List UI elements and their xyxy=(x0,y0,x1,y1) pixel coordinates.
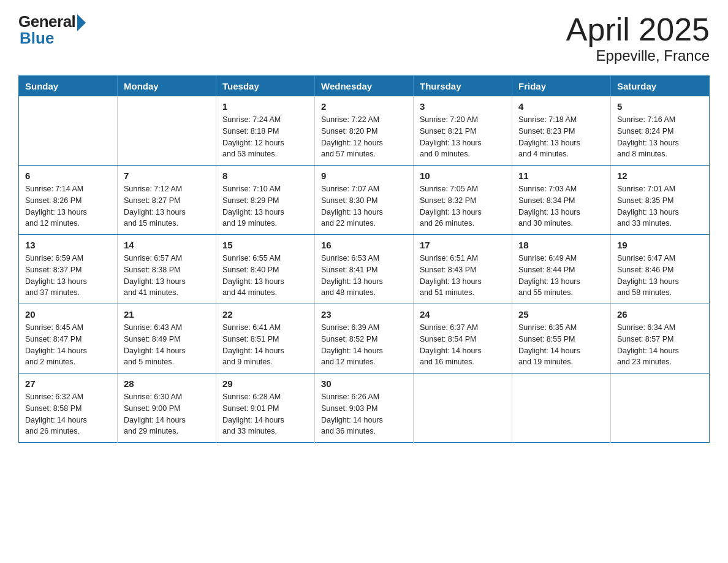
calendar-day-cell: 5Sunrise: 7:16 AMSunset: 8:24 PMDaylight… xyxy=(611,96,710,166)
day-number: 25 xyxy=(518,309,604,320)
day-info: Sunrise: 6:43 AMSunset: 8:49 PMDaylight:… xyxy=(124,322,210,368)
calendar-day-cell: 30Sunrise: 6:26 AMSunset: 9:03 PMDayligh… xyxy=(315,373,414,443)
calendar-day-cell: 28Sunrise: 6:30 AMSunset: 9:00 PMDayligh… xyxy=(118,373,216,443)
day-number: 4 xyxy=(518,101,604,112)
calendar-day-cell: 26Sunrise: 6:34 AMSunset: 8:57 PMDayligh… xyxy=(611,304,710,373)
day-info: Sunrise: 7:12 AMSunset: 8:27 PMDaylight:… xyxy=(124,183,210,229)
page-header: General Blue April 2025 Eppeville, Franc… xyxy=(18,12,710,64)
day-number: 20 xyxy=(25,309,111,320)
logo-arrow-icon xyxy=(77,14,86,31)
title-block: April 2025 Eppeville, France xyxy=(566,12,710,64)
calendar-day-cell: 7Sunrise: 7:12 AMSunset: 8:27 PMDaylight… xyxy=(118,166,216,235)
calendar-day-cell xyxy=(414,373,512,443)
calendar-day-cell: 21Sunrise: 6:43 AMSunset: 8:49 PMDayligh… xyxy=(118,304,216,373)
calendar-day-cell xyxy=(512,373,611,443)
day-info: Sunrise: 6:34 AMSunset: 8:57 PMDaylight:… xyxy=(617,322,703,368)
page-title: April 2025 xyxy=(566,12,710,47)
calendar-day-cell: 13Sunrise: 6:59 AMSunset: 8:37 PMDayligh… xyxy=(19,235,118,304)
day-info: Sunrise: 6:47 AMSunset: 8:46 PMDaylight:… xyxy=(617,253,703,299)
day-info: Sunrise: 6:37 AMSunset: 8:54 PMDaylight:… xyxy=(420,322,506,368)
calendar-day-cell xyxy=(19,96,118,166)
day-number: 17 xyxy=(420,240,506,250)
day-number: 22 xyxy=(222,309,308,320)
calendar-day-cell: 3Sunrise: 7:20 AMSunset: 8:21 PMDaylight… xyxy=(414,96,512,166)
calendar-week-row: 1Sunrise: 7:24 AMSunset: 8:18 PMDaylight… xyxy=(19,96,710,166)
day-number: 15 xyxy=(222,240,308,250)
day-number: 30 xyxy=(321,378,407,389)
calendar-day-cell: 15Sunrise: 6:55 AMSunset: 8:40 PMDayligh… xyxy=(216,235,315,304)
calendar-day-cell: 6Sunrise: 7:14 AMSunset: 8:26 PMDaylight… xyxy=(19,166,118,235)
day-info: Sunrise: 6:53 AMSunset: 8:41 PMDaylight:… xyxy=(321,253,407,299)
day-info: Sunrise: 7:24 AMSunset: 8:18 PMDaylight:… xyxy=(222,114,308,160)
calendar-header-cell: Saturday xyxy=(611,76,710,97)
calendar-day-cell: 20Sunrise: 6:45 AMSunset: 8:47 PMDayligh… xyxy=(19,304,118,373)
calendar-day-cell: 27Sunrise: 6:32 AMSunset: 8:58 PMDayligh… xyxy=(19,373,118,443)
calendar-day-cell: 23Sunrise: 6:39 AMSunset: 8:52 PMDayligh… xyxy=(315,304,414,373)
calendar-week-row: 20Sunrise: 6:45 AMSunset: 8:47 PMDayligh… xyxy=(19,304,710,373)
day-number: 14 xyxy=(124,240,210,250)
calendar-day-cell: 17Sunrise: 6:51 AMSunset: 8:43 PMDayligh… xyxy=(414,235,512,304)
day-number: 21 xyxy=(124,309,210,320)
day-info: Sunrise: 7:20 AMSunset: 8:21 PMDaylight:… xyxy=(420,114,506,160)
day-number: 18 xyxy=(518,240,604,250)
calendar-day-cell: 9Sunrise: 7:07 AMSunset: 8:30 PMDaylight… xyxy=(315,166,414,235)
day-number: 11 xyxy=(518,170,604,181)
day-info: Sunrise: 6:59 AMSunset: 8:37 PMDaylight:… xyxy=(25,253,111,299)
calendar-day-cell: 22Sunrise: 6:41 AMSunset: 8:51 PMDayligh… xyxy=(216,304,315,373)
day-info: Sunrise: 6:35 AMSunset: 8:55 PMDaylight:… xyxy=(518,322,604,368)
day-info: Sunrise: 6:45 AMSunset: 8:47 PMDaylight:… xyxy=(25,322,111,368)
calendar-header-cell: Friday xyxy=(512,76,611,97)
calendar-day-cell: 16Sunrise: 6:53 AMSunset: 8:41 PMDayligh… xyxy=(315,235,414,304)
calendar-day-cell xyxy=(118,96,216,166)
calendar-day-cell: 18Sunrise: 6:49 AMSunset: 8:44 PMDayligh… xyxy=(512,235,611,304)
day-info: Sunrise: 7:22 AMSunset: 8:20 PMDaylight:… xyxy=(321,114,407,160)
day-info: Sunrise: 6:30 AMSunset: 9:00 PMDaylight:… xyxy=(124,391,210,437)
calendar-day-cell: 14Sunrise: 6:57 AMSunset: 8:38 PMDayligh… xyxy=(118,235,216,304)
day-info: Sunrise: 7:10 AMSunset: 8:29 PMDaylight:… xyxy=(222,183,308,229)
logo-blue-text: Blue xyxy=(20,29,54,48)
day-info: Sunrise: 6:49 AMSunset: 8:44 PMDaylight:… xyxy=(518,253,604,299)
calendar-header: SundayMondayTuesdayWednesdayThursdayFrid… xyxy=(19,76,710,97)
day-number: 12 xyxy=(617,170,703,181)
day-number: 13 xyxy=(25,240,111,250)
calendar-day-cell: 19Sunrise: 6:47 AMSunset: 8:46 PMDayligh… xyxy=(611,235,710,304)
calendar-day-cell: 8Sunrise: 7:10 AMSunset: 8:29 PMDaylight… xyxy=(216,166,315,235)
day-number: 7 xyxy=(124,170,210,181)
day-number: 9 xyxy=(321,170,407,181)
day-info: Sunrise: 7:07 AMSunset: 8:30 PMDaylight:… xyxy=(321,183,407,229)
calendar-day-cell: 25Sunrise: 6:35 AMSunset: 8:55 PMDayligh… xyxy=(512,304,611,373)
calendar-table: SundayMondayTuesdayWednesdayThursdayFrid… xyxy=(18,75,710,443)
calendar-header-cell: Sunday xyxy=(19,76,118,97)
day-info: Sunrise: 7:16 AMSunset: 8:24 PMDaylight:… xyxy=(617,114,703,160)
day-number: 16 xyxy=(321,240,407,250)
day-number: 1 xyxy=(222,101,308,112)
calendar-header-cell: Tuesday xyxy=(216,76,315,97)
calendar-day-cell: 24Sunrise: 6:37 AMSunset: 8:54 PMDayligh… xyxy=(414,304,512,373)
day-info: Sunrise: 7:14 AMSunset: 8:26 PMDaylight:… xyxy=(25,183,111,229)
calendar-header-row: SundayMondayTuesdayWednesdayThursdayFrid… xyxy=(19,76,710,97)
calendar-day-cell: 11Sunrise: 7:03 AMSunset: 8:34 PMDayligh… xyxy=(512,166,611,235)
calendar-body: 1Sunrise: 7:24 AMSunset: 8:18 PMDaylight… xyxy=(19,96,710,443)
day-info: Sunrise: 6:41 AMSunset: 8:51 PMDaylight:… xyxy=(222,322,308,368)
day-number: 28 xyxy=(124,378,210,389)
calendar-week-row: 27Sunrise: 6:32 AMSunset: 8:58 PMDayligh… xyxy=(19,373,710,443)
day-info: Sunrise: 7:01 AMSunset: 8:35 PMDaylight:… xyxy=(617,183,703,229)
day-info: Sunrise: 6:55 AMSunset: 8:40 PMDaylight:… xyxy=(222,253,308,299)
calendar-day-cell: 29Sunrise: 6:28 AMSunset: 9:01 PMDayligh… xyxy=(216,373,315,443)
day-info: Sunrise: 6:26 AMSunset: 9:03 PMDaylight:… xyxy=(321,391,407,437)
calendar-day-cell: 10Sunrise: 7:05 AMSunset: 8:32 PMDayligh… xyxy=(414,166,512,235)
calendar-header-cell: Wednesday xyxy=(315,76,414,97)
day-number: 29 xyxy=(222,378,308,389)
logo: General Blue xyxy=(18,12,86,48)
calendar-day-cell xyxy=(611,373,710,443)
day-info: Sunrise: 7:18 AMSunset: 8:23 PMDaylight:… xyxy=(518,114,604,160)
calendar-day-cell: 12Sunrise: 7:01 AMSunset: 8:35 PMDayligh… xyxy=(611,166,710,235)
day-number: 24 xyxy=(420,309,506,320)
day-info: Sunrise: 7:03 AMSunset: 8:34 PMDaylight:… xyxy=(518,183,604,229)
day-info: Sunrise: 6:28 AMSunset: 9:01 PMDaylight:… xyxy=(222,391,308,437)
day-number: 23 xyxy=(321,309,407,320)
day-info: Sunrise: 6:51 AMSunset: 8:43 PMDaylight:… xyxy=(420,253,506,299)
day-number: 3 xyxy=(420,101,506,112)
day-info: Sunrise: 6:32 AMSunset: 8:58 PMDaylight:… xyxy=(25,391,111,437)
calendar-header-cell: Monday xyxy=(118,76,216,97)
